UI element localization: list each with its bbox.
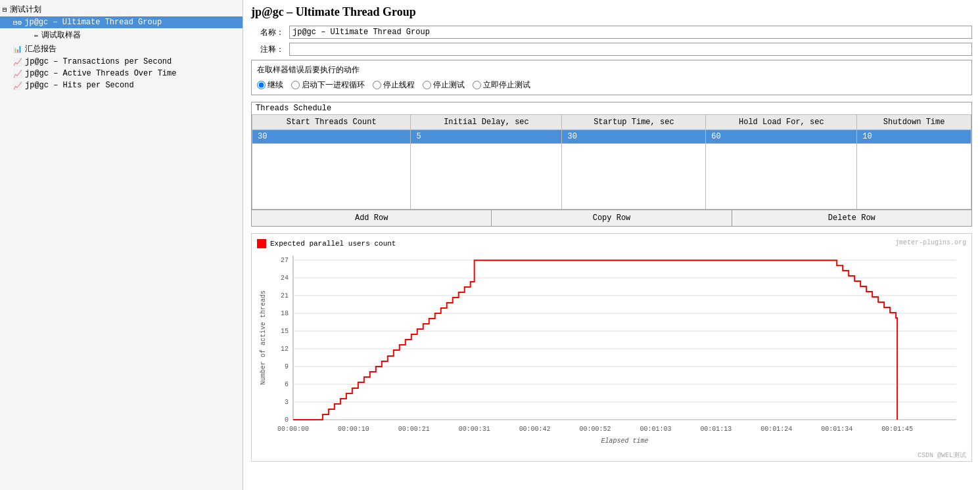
legend-color-box <box>257 239 266 248</box>
copy-row-button[interactable]: Copy Row <box>492 210 732 226</box>
radio-stop-thread[interactable]: 停止线程 <box>373 79 415 91</box>
cell-shutdown: 10 <box>857 130 971 144</box>
svg-text:9: 9 <box>285 363 289 370</box>
svg-text:12: 12 <box>281 345 289 353</box>
empty-row <box>252 144 971 210</box>
svg-text:00:01:45: 00:01:45 <box>881 426 913 433</box>
svg-text:00:00:42: 00:00:42 <box>519 426 551 433</box>
watermark: jmeter-plugins.org <box>895 239 966 246</box>
chart-legend: Expected parallel users count <box>257 239 966 248</box>
chart-line <box>293 260 897 420</box>
delete-row-button[interactable]: Delete Row <box>732 210 971 226</box>
summary-icon: 📊 <box>13 45 22 53</box>
sidebar-item-hits[interactable]: 📈 jp@gc – Hits per Second <box>0 79 243 91</box>
radio-continue[interactable]: 继续 <box>257 79 283 91</box>
svg-text:27: 27 <box>281 257 289 264</box>
error-action-section: 在取样器错误后要执行的动作 继续 启动下一进程循环 停止线程 停止测试 立即停止… <box>251 60 972 95</box>
csdn-watermark: CSDN @WEL测试 <box>918 451 966 460</box>
active-threads-icon: 📈 <box>13 70 22 78</box>
sidebar-item-summary[interactable]: 📊 汇总报告 <box>0 42 243 56</box>
hits-icon: 📈 <box>13 81 22 90</box>
thread-group-icon: ⊟⚙ <box>13 18 22 27</box>
svg-text:3: 3 <box>285 399 289 406</box>
svg-text:Number of active threads: Number of active threads <box>260 290 267 385</box>
test-plan-icon: ⊟ <box>3 5 7 14</box>
sidebar-item-tps[interactable]: 📈 jp@gc – Transactions per Second <box>0 56 243 68</box>
svg-rect-0 <box>293 256 956 433</box>
radio-group: 继续 启动下一进程循环 停止线程 停止测试 立即停止测试 <box>257 79 966 91</box>
sidebar-item-label: jp@gc – Transactions per Second <box>25 57 172 66</box>
sidebar-item-label: jp@gc – Ultimate Thread Group <box>24 18 162 27</box>
sampler-icon: ✏ <box>34 31 39 39</box>
svg-text:00:00:31: 00:00:31 <box>459 426 490 433</box>
page-title: jp@gc – Ultimate Thread Group <box>251 5 972 19</box>
sidebar-item-label: jp@gc – Hits per Second <box>25 81 134 90</box>
add-row-button[interactable]: Add Row <box>252 210 492 226</box>
svg-text:00:01:13: 00:01:13 <box>700 426 732 433</box>
svg-text:00:00:52: 00:00:52 <box>580 426 611 433</box>
chart-svg: 0 3 6 9 12 15 18 21 24 27 00:00:00 00:00… <box>257 252 966 456</box>
schedule-table: Start Threads Count Initial Delay, sec S… <box>252 114 971 210</box>
svg-text:15: 15 <box>281 328 289 335</box>
radio-stop-test[interactable]: 停止测试 <box>423 79 465 91</box>
svg-text:21: 21 <box>281 292 289 300</box>
svg-text:00:01:34: 00:01:34 <box>821 426 852 433</box>
sidebar-item-sampler[interactable]: ✏ 调试取样器 <box>0 28 243 42</box>
name-input[interactable] <box>289 26 972 39</box>
cell-initial-delay: 5 <box>411 130 562 144</box>
main-content: jp@gc – Ultimate Thread Group 名称： 注释： 在取… <box>243 0 980 490</box>
legend-label: Expected parallel users count <box>270 240 396 248</box>
sidebar-item-test-plan[interactable]: ⊟ 测试计划 <box>0 3 243 16</box>
schedule-section-title: Threads Schedule <box>252 102 971 114</box>
sidebar-item-active-threads[interactable]: 📈 jp@gc – Active Threads Over Time <box>0 68 243 79</box>
cell-startup-time: 30 <box>562 130 706 144</box>
sidebar-item-label: 测试计划 <box>10 4 41 15</box>
svg-text:0: 0 <box>285 416 289 424</box>
svg-text:00:00:21: 00:00:21 <box>398 426 430 433</box>
col-header-start-threads: Start Threads Count <box>252 115 411 130</box>
schedule-buttons: Add Row Copy Row Delete Row <box>252 210 971 226</box>
col-header-initial-delay: Initial Delay, sec <box>411 115 562 130</box>
comment-label: 注释： <box>251 44 284 55</box>
tps-icon: 📈 <box>13 58 22 66</box>
svg-text:00:01:03: 00:01:03 <box>640 426 671 433</box>
sidebar-item-label: 调试取样器 <box>41 30 81 41</box>
svg-text:00:01:24: 00:01:24 <box>760 426 792 433</box>
sidebar-item-thread-group[interactable]: ⊟⚙ jp@gc – Ultimate Thread Group <box>0 16 243 28</box>
svg-text:6: 6 <box>285 381 289 388</box>
svg-text:18: 18 <box>281 310 289 317</box>
chart-container: Expected parallel users count jmeter-plu… <box>251 233 972 462</box>
name-label: 名称： <box>251 27 284 38</box>
comment-input[interactable] <box>289 43 972 56</box>
table-row[interactable]: 30 5 30 60 10 <box>252 130 971 144</box>
threads-schedule-section: Threads Schedule Start Threads Count Ini… <box>251 102 972 227</box>
error-section-title: 在取样器错误后要执行的动作 <box>257 64 966 76</box>
radio-stop-test-now[interactable]: 立即停止测试 <box>473 79 530 91</box>
sidebar: ⊟ 测试计划 ⊟⚙ jp@gc – Ultimate Thread Group … <box>0 0 243 490</box>
sidebar-item-label: jp@gc – Active Threads Over Time <box>25 69 176 78</box>
col-header-hold-load: Hold Load For, sec <box>706 115 857 130</box>
svg-text:00:00:00: 00:00:00 <box>277 426 309 433</box>
col-header-startup-time: Startup Time, sec <box>562 115 706 130</box>
svg-text:Elapsed time: Elapsed time <box>601 437 649 445</box>
svg-text:00:00:10: 00:00:10 <box>338 426 369 433</box>
svg-text:24: 24 <box>281 275 289 282</box>
col-header-shutdown: Shutdown Time <box>857 115 971 130</box>
cell-start-threads: 30 <box>252 130 411 144</box>
cell-hold-load: 60 <box>706 130 857 144</box>
radio-next-loop[interactable]: 启动下一进程循环 <box>291 79 365 91</box>
sidebar-item-label: 汇总报告 <box>25 43 57 55</box>
